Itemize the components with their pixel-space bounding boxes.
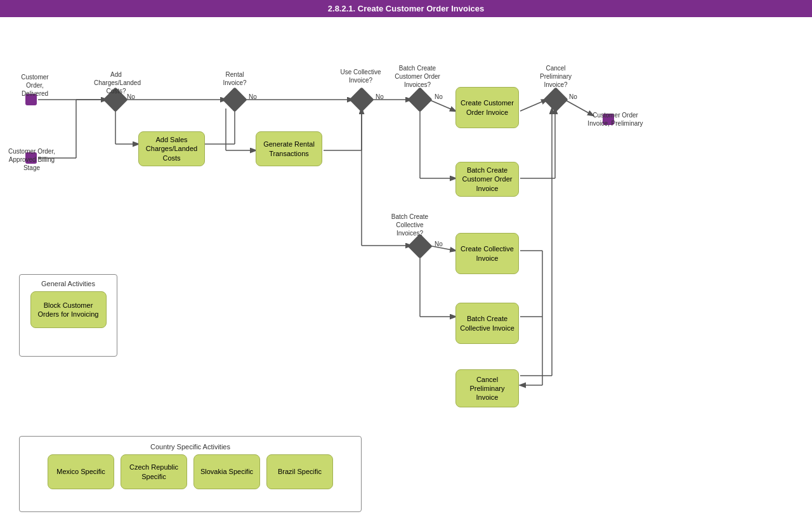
label-gw1: Add Charges/Landed Costs?	[94, 70, 138, 95]
gateway-4	[407, 87, 433, 112]
act-gen-rental[interactable]: Generate Rental Transactions	[256, 131, 322, 166]
act-batch-co[interactable]: Batch Create Customer Order Invoice	[455, 162, 519, 197]
act-cancel-prelim[interactable]: Cancel Preliminary Invoice	[455, 369, 519, 407]
act-czech[interactable]: Czech Republic Specific	[121, 454, 187, 489]
act-block-orders[interactable]: Block Customer Orders for Invoicing	[30, 291, 107, 328]
country-legend-title: Country Specific Activities	[26, 443, 355, 451]
no-label-gw5: No	[435, 241, 443, 247]
act-create-coll[interactable]: Create Collective Invoice	[455, 233, 519, 274]
act-brazil[interactable]: Brazil Specific	[266, 454, 333, 489]
svg-line-17	[429, 100, 455, 111]
no-label-gw6: No	[569, 93, 577, 100]
gateway-3	[349, 87, 374, 112]
label-gw2: Rental Invoice?	[216, 70, 254, 87]
no-label-gw3: No	[376, 93, 384, 100]
no-label-gw4: No	[435, 93, 443, 100]
act-mexico[interactable]: Mexico Specific	[48, 454, 114, 489]
act-add-sales[interactable]: Add Sales Charges/Landed Costs	[138, 131, 205, 166]
svg-line-20	[520, 100, 547, 111]
general-activities-legend: General Activities Block Customer Orders…	[19, 274, 117, 357]
act-batch-coll[interactable]: Batch Create Collective Invoice	[455, 303, 519, 344]
country-activities-legend: Country Specific Activities Mexico Speci…	[19, 436, 362, 512]
label-gw3: Use Collective Invoice?	[340, 68, 381, 84]
label-start2: Customer Order, Approved Billing Stage	[6, 147, 57, 172]
gateway-6	[543, 87, 568, 112]
label-end1: Customer Order Invoice, Preliminary	[584, 111, 647, 128]
no-label-gw1: No	[127, 93, 135, 100]
label-gw5: Batch Create Collective Invoices?	[384, 213, 435, 237]
gateway-2	[222, 87, 247, 112]
page-title: 2.8.2.1. Create Customer Order Invoices	[328, 4, 484, 13]
label-gw4: Batch Create Customer Order Invoices?	[392, 64, 443, 89]
gateway-5	[407, 234, 433, 259]
general-legend-title: General Activities	[25, 280, 112, 287]
canvas: Customer Order, Delivered Customer Order…	[0, 17, 812, 512]
label-gw6: Cancel Preliminary Invoice?	[530, 64, 581, 89]
title-bar: 2.8.2.1. Create Customer Order Invoices	[0, 0, 812, 17]
act-create-co[interactable]: Create Customer Order Invoice	[455, 87, 519, 128]
label-start1: Customer Order, Delivered	[13, 73, 57, 98]
no-label-gw2: No	[249, 93, 257, 100]
act-slovakia[interactable]: Slovakia Specific	[193, 454, 260, 489]
